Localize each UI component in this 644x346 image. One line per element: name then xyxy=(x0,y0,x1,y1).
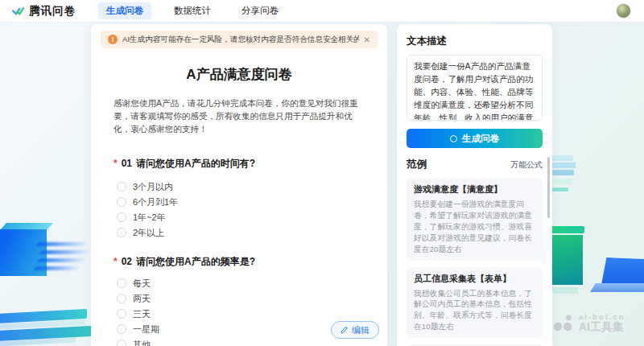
radio-icon xyxy=(117,278,126,288)
question-text: 请问您使用A产品的时间有? xyxy=(136,157,255,171)
decor-stripe xyxy=(552,155,573,161)
decor-slab xyxy=(35,242,88,246)
decor-slab xyxy=(39,250,89,254)
decor-slab xyxy=(33,266,80,270)
sidebar-scrollbar[interactable] xyxy=(547,157,550,218)
required-mark: * xyxy=(114,158,118,169)
site-watermark: ai-bot.cn AI工具集 xyxy=(552,313,625,333)
q2-option-1[interactable]: 每天 xyxy=(117,274,387,289)
survey-preview-panel: ! AI生成内容可能存在一定风险，请您核对内容是否符合信息安全相关的要求。 ✕ … xyxy=(91,24,387,346)
q1-option-1[interactable]: 3个月以内 xyxy=(117,177,387,192)
radio-icon xyxy=(117,294,126,303)
universal-formula-link[interactable]: 万能公式 xyxy=(510,159,543,171)
radio-icon xyxy=(117,309,126,319)
radio-icon xyxy=(117,182,126,192)
decor-stripe xyxy=(552,179,572,184)
question-number: 02 xyxy=(122,256,132,267)
pencil-icon xyxy=(341,326,349,334)
decor-green-slab xyxy=(549,226,584,233)
tab-data-statistics[interactable]: 数据统计 xyxy=(166,2,219,19)
q1-option-3[interactable]: 1年~2年 xyxy=(117,208,387,223)
radio-icon xyxy=(117,212,126,222)
radio-icon xyxy=(117,197,126,207)
nav-tabs: 生成问卷 数据统计 分享问卷 xyxy=(98,2,287,19)
required-mark: * xyxy=(114,256,118,267)
q1-option-4[interactable]: 2年以上 xyxy=(117,223,387,238)
tab-share-survey[interactable]: 分享问卷 xyxy=(233,2,287,19)
edit-button[interactable]: 编辑 xyxy=(331,321,379,339)
user-avatar[interactable] xyxy=(616,3,631,19)
survey-title: A产品满意度问卷 xyxy=(91,65,387,84)
brand-name: 腾讯问卷 xyxy=(29,4,76,19)
watermark-name: AI工具集 xyxy=(579,321,625,333)
decor-laptop-screen xyxy=(601,257,644,285)
text-description-label: 文本描述 xyxy=(407,35,543,48)
decor-green-base xyxy=(551,287,578,294)
question-number: 01 xyxy=(122,158,132,169)
tab-generate-survey[interactable]: 生成问卷 xyxy=(98,2,151,19)
radio-icon xyxy=(117,228,126,237)
decor-laptop-base xyxy=(590,283,644,292)
q1-option-2[interactable]: 6个月到1年 xyxy=(117,192,387,208)
top-navbar: 腾讯问卷 生成问卷 数据统计 分享问卷 xyxy=(0,0,644,23)
survey-description: 感谢您使用A产品，请花几分钟完成本问卷，你的意见对我们很重要，请客观填写你的感受… xyxy=(114,97,365,136)
question-1-header: * 01 请问您使用A产品的时间有? xyxy=(114,157,365,171)
ai-generator-sidebar: 文本描述 我要创建一份A产品的产品满意度问卷，了解用户对该产品的功能、内容、体验… xyxy=(397,24,552,346)
radio-icon xyxy=(117,340,126,346)
q2-option-2[interactable]: 两天 xyxy=(117,289,387,304)
warning-icon: ! xyxy=(108,35,118,44)
close-icon[interactable]: ✕ xyxy=(364,35,370,44)
double-check-icon xyxy=(11,4,25,18)
decor-slab xyxy=(36,258,85,262)
q2-option-3[interactable]: 三天 xyxy=(117,304,387,319)
example-card-employee-form[interactable]: 员工信息采集表【表单】 我想收集公司员工的基本信息，了解公司内员工的基本信息，包… xyxy=(407,267,543,339)
ai-risk-banner: ! AI生成内容可能存在一定风险，请您核对内容是否符合信息安全相关的要求。 ✕ xyxy=(101,31,378,48)
decor-stripe xyxy=(552,187,568,192)
examples-label: 范例 xyxy=(407,158,427,171)
question-2-header: * 02 请问您使用A产品的频率是? xyxy=(114,255,365,269)
example-card-game-satisfaction[interactable]: 游戏满意度【满意度】 我想要创建一份游戏的满意度问卷，希望了解玩家对该游戏的满意… xyxy=(407,178,543,261)
examples-header: 范例 万能公式 xyxy=(407,158,543,171)
decor-stripe xyxy=(552,163,576,168)
decor-green-block xyxy=(551,235,583,285)
question-text: 请问您使用A产品的频率是? xyxy=(136,255,255,269)
radio-icon xyxy=(117,324,126,334)
ai-bot-logo-icon xyxy=(552,314,574,332)
generate-survey-button[interactable]: 生成问卷 xyxy=(407,129,543,148)
banner-text: AI生成内容可能存在一定风险，请您核对内容是否符合信息安全相关的要求。 xyxy=(122,35,359,45)
ring-icon xyxy=(450,135,457,142)
other-fill-line[interactable] xyxy=(160,340,204,346)
decor-stripe xyxy=(552,170,574,175)
brand-logo[interactable]: 腾讯问卷 xyxy=(11,4,76,19)
description-textarea[interactable]: 我要创建一份A产品的产品满意度问卷，了解用户对该产品的功能、内容、体验、性能、品… xyxy=(407,55,543,121)
